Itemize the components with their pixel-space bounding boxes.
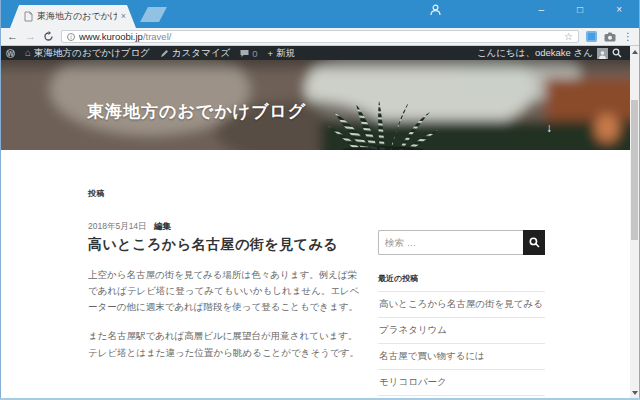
scroll-down-arrow-icon[interactable]: ↓ <box>546 122 552 134</box>
scrollbar-down-icon[interactable] <box>630 388 639 397</box>
bookmark-star-icon[interactable]: ☆ <box>564 32 573 42</box>
user-avatar[interactable] <box>597 48 608 59</box>
blog-title[interactable]: 東海地方のおでかけブログ <box>87 100 306 123</box>
wordpress-logo-icon[interactable]: W <box>6 49 15 58</box>
recent-post-link[interactable]: 名古屋で買い物するには <box>378 343 545 369</box>
comments-count: 0 <box>252 48 257 59</box>
extension-camera-icon[interactable] <box>604 32 616 42</box>
forward-icon[interactable]: → <box>25 31 36 42</box>
wp-admin-bar: W ⌂ 東海地方のおでかけブログ カスタマイズ 0 + 新規 <box>0 46 640 60</box>
new-label: 新規 <box>276 47 295 60</box>
page-scrollbar[interactable] <box>630 46 639 398</box>
comment-bubble-icon <box>240 49 249 58</box>
window-controls: – □ × <box>539 0 622 20</box>
admin-bar-new[interactable]: + 新規 <box>267 47 295 60</box>
search-input[interactable] <box>378 230 523 255</box>
recent-posts-heading: 最近の投稿 <box>378 273 545 284</box>
admin-search-icon[interactable] <box>612 48 622 58</box>
post-meta: 2018年5月14日 編集 <box>88 221 365 233</box>
page-viewport: W ⌂ 東海地方のおでかけブログ カスタマイズ 0 + 新規 <box>0 46 640 400</box>
admin-bar-comments[interactable]: 0 <box>240 48 257 59</box>
search-icon <box>529 237 540 248</box>
post-paragraph: また名古屋駅であれば高層ビルに展望台が用意されています。テレビ塔とはまた違った位… <box>88 328 365 360</box>
extension-icon-blue[interactable] <box>586 31 597 42</box>
post-title[interactable]: 高いところから名古屋の街を見てみる <box>88 236 365 254</box>
page-favicon-icon <box>24 11 33 22</box>
url-address-bar[interactable]: i www.kuroobi.jp/travel/ ☆ <box>61 30 579 43</box>
recent-post-link[interactable]: 高いところから名古屋の街を見てみる <box>378 291 545 317</box>
archive-label: 投稿 <box>88 188 365 199</box>
admin-greeting[interactable]: こんにちは、odekake さん <box>477 47 593 60</box>
url-path: /travel/ <box>143 31 172 42</box>
customize-pencil-icon <box>160 49 169 58</box>
page-info-icon[interactable]: i <box>67 33 75 41</box>
chrome-menu-icon[interactable]: ⋮ <box>623 32 633 42</box>
customize-label: カスタマイズ <box>172 47 230 60</box>
maximize-button-icon[interactable]: □ <box>577 5 583 15</box>
plus-icon: + <box>267 48 273 59</box>
post-edit-link[interactable]: 編集 <box>154 221 171 231</box>
site-name-label: 東海地方のおでかけブログ <box>34 47 150 60</box>
tab-title: 東海地方のおでかけブログ <box>37 10 117 23</box>
close-button-icon[interactable]: × <box>616 5 622 15</box>
search-widget <box>378 230 545 255</box>
post-paragraph: 上空から名古屋の街を見てみる場所は色々あります。例えば栄であればテレビ塔に登って… <box>88 267 365 315</box>
minimize-button-icon[interactable]: – <box>539 5 545 15</box>
tab-close-icon[interactable]: × <box>121 12 126 21</box>
page-body: 投稿 2018年5月14日 編集 高いところから名古屋の街を見てみる 上空から名… <box>0 150 640 400</box>
browser-toolbar: ← → i www.kuroobi.jp/travel/ ☆ ⋮ <box>0 28 640 46</box>
main-column: 投稿 2018年5月14日 編集 高いところから名古屋の街を見てみる 上空から名… <box>88 188 365 400</box>
browser-window: 東海地方のおでかけブログ × – □ × ← → i www.kuroobi.j… <box>0 0 640 400</box>
scrollbar-thumb[interactable] <box>631 100 638 240</box>
browser-titlebar: 東海地方のおでかけブログ × – □ × <box>0 0 640 28</box>
new-tab-button[interactable] <box>140 7 167 22</box>
post-article: 2018年5月14日 編集 高いところから名古屋の街を見てみる 上空から名古屋の… <box>88 221 365 361</box>
url-text: www.kuroobi.jp/travel/ <box>79 31 560 42</box>
browser-tab[interactable]: 東海地方のおでかけブログ × <box>10 5 136 28</box>
reload-icon[interactable] <box>43 31 54 42</box>
window-border <box>0 0 1 400</box>
url-host: www.kuroobi.jp <box>79 31 143 42</box>
recent-post-link[interactable]: モリコロパーク <box>378 369 545 395</box>
scrollbar-up-icon[interactable] <box>630 47 639 56</box>
back-icon[interactable]: ← <box>7 31 18 42</box>
admin-bar-customize[interactable]: カスタマイズ <box>160 47 230 60</box>
profile-icon[interactable] <box>429 3 442 16</box>
recent-post-link[interactable]: プラネタリウム <box>378 317 545 343</box>
site-header-image: 東海地方のおでかけブログ ↓ <box>0 60 640 150</box>
post-date: 2018年5月14日 <box>88 221 147 231</box>
search-button[interactable] <box>523 230 545 255</box>
recent-posts-list: 高いところから名古屋の街を見てみる プラネタリウム 名古屋で買い物するには モリ… <box>378 291 545 400</box>
admin-bar-site-name[interactable]: ⌂ 東海地方のおでかけブログ <box>25 47 150 60</box>
sidebar: 最近の投稿 高いところから名古屋の街を見てみる プラネタリウム 名古屋で買い物す… <box>378 230 545 400</box>
home-icon: ⌂ <box>25 48 31 58</box>
